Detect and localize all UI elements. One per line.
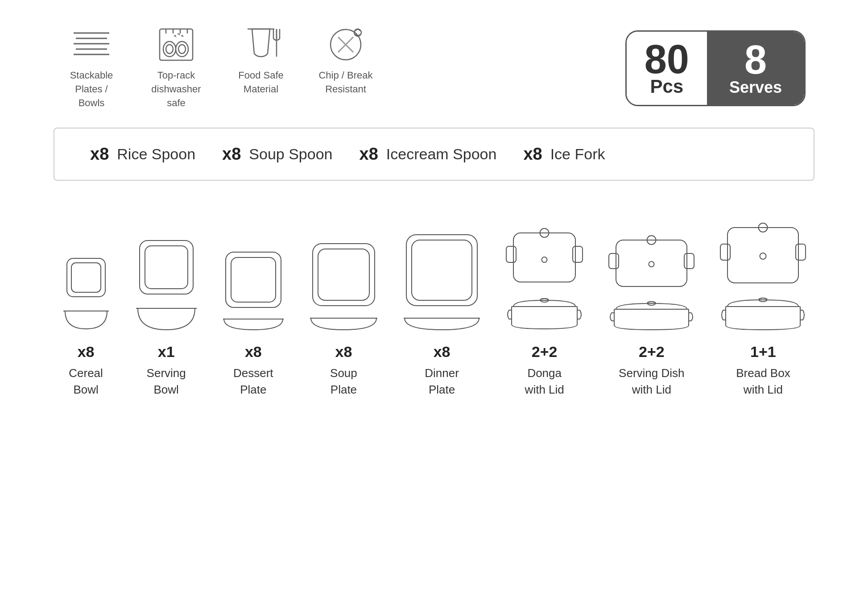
donga-drawings [505, 207, 583, 332]
svg-rect-38 [506, 246, 516, 262]
chip-break-icon [328, 27, 364, 62]
serves-badge: 80 Pcs 8 Serves [625, 30, 806, 106]
food-safe-label: Food SafeMaterial [238, 69, 284, 96]
ice-fork-name: Ice Fork [550, 145, 605, 163]
svg-rect-46 [684, 253, 694, 269]
dessert-plate-count: x8 [245, 343, 262, 361]
svg-rect-54 [727, 228, 798, 283]
cereal-bowl-count: x8 [78, 343, 95, 361]
stackable-icon [74, 27, 109, 62]
svg-point-49 [649, 261, 654, 267]
svg-rect-47 [616, 240, 687, 286]
cutlery-ice-fork: x8 Ice Fork [523, 145, 605, 164]
soup-plate-name: SoupPlate [330, 365, 357, 398]
svg-rect-29 [226, 252, 281, 307]
cutlery-rice-spoon: x8 Rice Spoon [90, 145, 195, 164]
pcs-number: 80 [645, 39, 689, 79]
rice-spoon-name: Rice Spoon [117, 145, 195, 163]
bread-box-name: Bread Boxwith Lid [736, 365, 790, 398]
cutlery-row: x8 Rice Spoon x8 Soup Spoon x8 Icecream … [54, 128, 814, 181]
serves-label: Serves [729, 78, 782, 97]
soup-plate-drawings [309, 207, 378, 332]
svg-rect-32 [313, 244, 375, 306]
svg-rect-53 [796, 244, 806, 260]
feature-stackable: StackablePlates / Bowls [62, 27, 120, 110]
page: StackablePlates / Bowls [0, 0, 868, 589]
svg-point-13 [178, 45, 186, 54]
dessert-plate-drawings [222, 207, 285, 332]
chip-break-label: Chip / BreakResistant [318, 69, 372, 96]
soup-plate-count: x8 [335, 343, 352, 361]
svg-rect-30 [231, 257, 276, 302]
item-serving-bowl: x1 ServingBowl [135, 207, 198, 398]
donga-count: 2+2 [532, 343, 558, 361]
ice-fork-count: x8 [523, 145, 542, 164]
serving-bowl-count: x1 [158, 343, 175, 361]
item-dessert-plate: x8 DessertPlate [222, 207, 285, 398]
svg-point-56 [760, 253, 766, 259]
feature-dishwasher: Top-rackdishwasher safe [147, 27, 205, 110]
food-safe-icon [243, 27, 279, 62]
dinner-plate-drawings [403, 207, 481, 332]
serves-number: 8 [744, 40, 767, 80]
svg-point-42 [542, 257, 547, 262]
feature-food-safe: Food SafeMaterial [232, 27, 290, 96]
item-bread-box: 1+1 Bread Boxwith Lid [719, 207, 806, 398]
svg-rect-27 [145, 246, 188, 289]
svg-point-12 [176, 41, 188, 57]
cutlery-icecream-spoon: x8 Icecream Spoon [360, 145, 497, 164]
top-section: StackablePlates / Bowls [36, 27, 832, 110]
rice-spoon-count: x8 [90, 145, 109, 164]
feature-chip-break: Chip / BreakResistant [317, 27, 375, 96]
svg-point-11 [166, 45, 173, 54]
item-dinner-plate: x8 DinnerPlate [403, 207, 481, 398]
icecream-spoon-count: x8 [360, 145, 378, 164]
svg-rect-35 [406, 235, 477, 306]
item-cereal-bowl: x8 CerealBowl [62, 207, 111, 398]
cereal-bowl-drawings [62, 207, 111, 332]
dishwasher-icon [158, 27, 194, 62]
bread-box-drawings [719, 207, 806, 332]
badge-serves: 8 Serves [707, 32, 804, 105]
serving-bowl-drawings [135, 207, 198, 332]
item-soup-plate: x8 SoupPlate [309, 207, 378, 398]
cereal-bowl-name: CerealBowl [69, 365, 103, 398]
svg-rect-36 [412, 240, 472, 300]
dinner-plate-name: DinnerPlate [425, 365, 459, 398]
item-serving-dish: 2+2 Serving Dishwith Lid [608, 207, 695, 398]
svg-rect-52 [720, 244, 730, 260]
serving-bowl-name: ServingBowl [147, 365, 186, 398]
icecream-spoon-name: Icecream Spoon [386, 145, 497, 163]
serving-dish-count: 2+2 [639, 343, 665, 361]
svg-rect-26 [140, 241, 193, 294]
serving-dish-drawings [608, 207, 695, 332]
cutlery-soup-spoon: x8 Soup Spoon [222, 145, 332, 164]
dinner-plate-count: x8 [434, 343, 451, 361]
soup-spoon-count: x8 [222, 145, 241, 164]
item-donga: 2+2 Dongawith Lid [505, 207, 583, 398]
serving-dish-name: Serving Dishwith Lid [619, 365, 684, 398]
dishwasher-label: Top-rackdishwasher safe [147, 69, 205, 110]
bread-box-count: 1+1 [750, 343, 776, 361]
items-grid: x8 CerealBowl x1 ServingBowl [36, 199, 832, 398]
stackable-label: StackablePlates / Bowls [62, 69, 120, 110]
dessert-plate-name: DessertPlate [233, 365, 273, 398]
svg-rect-24 [71, 263, 101, 292]
svg-rect-33 [318, 249, 369, 300]
svg-rect-39 [573, 246, 583, 262]
svg-point-10 [163, 41, 176, 57]
pcs-label: Pcs [650, 76, 683, 97]
features-list: StackablePlates / Bowls [62, 27, 375, 110]
svg-rect-45 [609, 253, 619, 269]
soup-spoon-name: Soup Spoon [249, 145, 332, 163]
donga-name: Dongawith Lid [525, 365, 564, 398]
badge-pcs: 80 Pcs [627, 32, 707, 105]
